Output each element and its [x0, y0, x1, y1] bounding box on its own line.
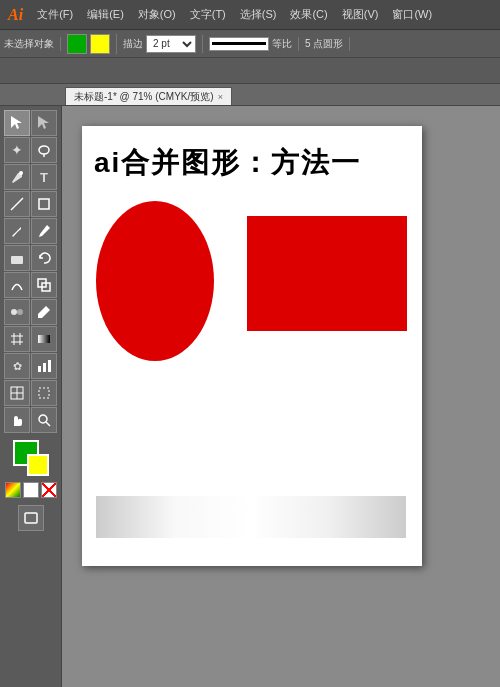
zoom-tool[interactable] — [31, 407, 57, 433]
tool-row-5 — [4, 218, 57, 244]
rect-tool[interactable] — [31, 191, 57, 217]
tool-row-8 — [4, 299, 57, 325]
canvas-title: ai合并图形：方法一 — [94, 144, 361, 182]
white-canvas: ai合并图形：方法一 — [82, 126, 422, 566]
tool-row-extra — [18, 505, 44, 531]
swatch-container — [13, 440, 49, 476]
fill-color-box[interactable] — [67, 34, 87, 54]
toolbar-stroke-section: 描边 2 pt — [123, 35, 203, 53]
canvas-scroll[interactable]: ai合并图形：方法一 — [62, 106, 500, 687]
svg-rect-17 — [38, 366, 41, 372]
toolbar-brush-section: 5 点圆形 — [305, 37, 350, 51]
background-color-swatch[interactable] — [27, 454, 49, 476]
svg-rect-18 — [43, 363, 46, 372]
tab-close-btn[interactable]: × — [218, 92, 223, 102]
main-toolbar: 未选择对象 描边 2 pt 等比 5 点圆形 — [0, 30, 500, 58]
eyedropper-tool[interactable] — [31, 299, 57, 325]
gradient-bar — [96, 496, 406, 538]
stroke-line-preview — [209, 37, 269, 51]
mesh-tool[interactable] — [4, 326, 30, 352]
tool-row-2: ✦ — [4, 137, 57, 163]
rotate-tool[interactable] — [31, 245, 57, 271]
menu-view[interactable]: 视图(V) — [338, 5, 383, 24]
left-toolbar: ✦ T — [0, 106, 62, 687]
app-logo: Ai — [8, 6, 23, 24]
tool-row-9 — [4, 326, 57, 352]
menu-bar: 文件(F) 编辑(E) 对象(O) 文字(T) 选择(S) 效果(C) 视图(V… — [33, 5, 436, 24]
menu-file[interactable]: 文件(F) — [33, 5, 77, 24]
brush-label: 5 点圆形 — [305, 37, 343, 51]
screen-mode-btn[interactable] — [18, 505, 44, 531]
menu-object[interactable]: 对象(O) — [134, 5, 180, 24]
menu-text[interactable]: 文字(T) — [186, 5, 230, 24]
eraser-tool[interactable] — [4, 245, 30, 271]
selection-label: 未选择对象 — [4, 37, 54, 51]
canvas-area: ai合并图形：方法一 — [62, 106, 500, 687]
magic-wand-tool[interactable]: ✦ — [4, 137, 30, 163]
lasso-tool[interactable] — [31, 137, 57, 163]
toolbar-selection-section: 未选择对象 — [4, 37, 61, 51]
svg-rect-26 — [25, 513, 37, 523]
artboard-tool[interactable] — [31, 380, 57, 406]
title-bar: Ai 文件(F) 编辑(E) 对象(O) 文字(T) 选择(S) 效果(C) 视… — [0, 0, 500, 30]
pencil-tool[interactable] — [31, 218, 57, 244]
tool-row-1 — [4, 110, 57, 136]
selection-tool[interactable] — [4, 110, 30, 136]
warp-tool[interactable] — [4, 272, 30, 298]
symbol-tool[interactable]: ✿ — [4, 353, 30, 379]
menu-select[interactable]: 选择(S) — [236, 5, 281, 24]
tool-row-3: T — [4, 164, 57, 190]
red-ellipse — [96, 201, 214, 361]
toolbar-color-section — [67, 34, 117, 54]
red-rectangle — [247, 216, 407, 331]
blend-tool[interactable] — [4, 299, 30, 325]
stroke-inner-line — [212, 42, 266, 45]
line-tool[interactable] — [4, 191, 30, 217]
tab-bar: 未标题-1* @ 71% (CMYK/预览) × — [0, 84, 500, 106]
menu-effect[interactable]: 效果(C) — [286, 5, 331, 24]
tool-row-12 — [4, 407, 57, 433]
color-mode-color[interactable] — [5, 482, 21, 498]
svg-marker-0 — [11, 116, 22, 129]
direct-selection-tool[interactable] — [31, 110, 57, 136]
svg-rect-7 — [11, 256, 23, 264]
properties-toolbar — [0, 58, 500, 84]
pen-tool[interactable] — [4, 164, 30, 190]
tool-row-6 — [4, 245, 57, 271]
tool-row-10: ✿ — [4, 353, 57, 379]
tab-title: 未标题-1* @ 71% (CMYK/预览) — [74, 90, 214, 104]
scale-tool[interactable] — [31, 272, 57, 298]
svg-point-24 — [39, 415, 47, 423]
slice-tool[interactable] — [4, 380, 30, 406]
svg-rect-16 — [38, 335, 50, 343]
tool-row-4 — [4, 191, 57, 217]
equal-ratio-label: 等比 — [272, 37, 292, 51]
svg-rect-6 — [39, 199, 49, 209]
color-mode-white[interactable] — [23, 482, 39, 498]
main-area: ✦ T — [0, 106, 500, 687]
paintbrush-tool[interactable] — [4, 218, 30, 244]
type-tool[interactable]: T — [31, 164, 57, 190]
stroke-label: 描边 — [123, 37, 143, 51]
svg-line-25 — [46, 422, 50, 426]
menu-window[interactable]: 窗口(W) — [388, 5, 436, 24]
tool-row-7 — [4, 272, 57, 298]
extra-tools — [18, 505, 44, 531]
stroke-color-box[interactable] — [90, 34, 110, 54]
stroke-dropdown[interactable]: 2 pt — [146, 35, 196, 53]
color-swatches — [5, 440, 57, 498]
bar-chart-tool[interactable] — [31, 353, 57, 379]
color-modes — [5, 482, 57, 498]
svg-line-5 — [11, 198, 23, 210]
svg-rect-23 — [39, 388, 49, 398]
svg-marker-1 — [38, 116, 49, 129]
svg-rect-19 — [48, 360, 51, 372]
color-mode-none[interactable] — [41, 482, 57, 498]
gradient-tool[interactable] — [31, 326, 57, 352]
hand-tool[interactable] — [4, 407, 30, 433]
toolbar-line-section: 等比 — [209, 37, 299, 51]
svg-point-11 — [17, 309, 23, 315]
svg-point-10 — [11, 309, 17, 315]
menu-edit[interactable]: 编辑(E) — [83, 5, 128, 24]
document-tab[interactable]: 未标题-1* @ 71% (CMYK/预览) × — [65, 87, 232, 105]
